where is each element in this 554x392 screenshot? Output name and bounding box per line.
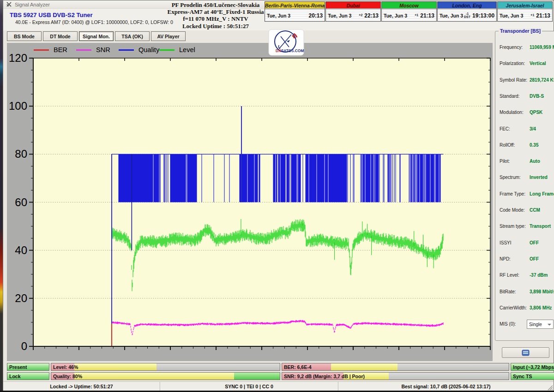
tp-row-standard: Standard:DVB-S	[495, 94, 554, 101]
tp-value: 0.35	[530, 143, 538, 148]
transponder-save-button[interactable]	[502, 347, 549, 358]
tp-row-rolloff: RollOff:0.35	[495, 143, 554, 150]
clock-date: Tue, Jun 3	[384, 13, 407, 18]
tp-label: Spectrum:	[500, 175, 521, 180]
window-title: Signal Analyzer	[15, 2, 50, 7]
tp-value: Vertical	[530, 61, 546, 66]
meter-label: BER: 6,6E-4	[284, 363, 312, 370]
app-dish-icon	[6, 1, 12, 7]
clock-time: 21:13	[536, 12, 550, 19]
clock-utc-offset: +2	[358, 14, 363, 17]
tuner-detail: 40.0E - Express AM7 (ID: 0400) @ LOF1: 1…	[15, 19, 173, 25]
clock-city-label: Jerusalem-Israel	[498, 2, 552, 10]
tp-label: Frame Type:	[500, 191, 525, 196]
tp-value: 3/4	[530, 126, 536, 131]
tp-row-symbol-rate: Symbol Rate:2819,724 KS/s	[495, 77, 554, 85]
tp-value: OFF	[530, 256, 539, 261]
clock-date: Tue, Jun 3	[328, 13, 351, 18]
tp-row-npd: NPD:OFF	[495, 256, 554, 264]
mis-select[interactable]: Single	[527, 320, 554, 329]
clock-time: 21:13	[420, 12, 434, 19]
tp-row-bitrate: BitRate:3,898 Mbit/s	[495, 289, 554, 297]
resize-grip[interactable]	[547, 385, 553, 391]
transponder-panel: Transponder [BS] Frequency:11069,959 MHz…	[495, 31, 554, 341]
meter-quality: Quality: 80%	[51, 372, 280, 380]
status-locked-uptime: Locked -> Uptime: 50:51:27	[3, 382, 160, 391]
meter-label: Quality: 80%	[53, 373, 82, 380]
tab-signal-mon-[interactable]: Signal Mon.	[79, 31, 114, 41]
dxsatcs-logo: DXSATCS.COM	[268, 29, 304, 56]
tp-label: NPD:	[500, 256, 511, 261]
tab-av-player[interactable]: AV Player	[151, 31, 186, 41]
clock-body: Tue, Jun 3-1DST19:13:00	[438, 10, 496, 21]
tab-dt-mode[interactable]: DT Mode	[43, 31, 78, 41]
tuner-name: TBS 5927 USB DVB-S2 Tuner	[10, 12, 93, 18]
tp-label: Frequency:	[500, 45, 523, 50]
clock-city-label: Moscow	[382, 2, 436, 10]
clock-body: Tue, Jun 3+121:13	[382, 10, 436, 21]
clock-utc-offset: +1	[414, 14, 419, 17]
tab-bs-mode[interactable]: BS Mode	[7, 31, 42, 41]
clock-city-label: Berlin-Paris-Vienna-Roma	[265, 2, 325, 10]
status-meters-row2: LockQuality: 80%SNR: 9,2 dB (Margin: 3,7…	[7, 372, 554, 380]
svg-text:80: 80	[15, 148, 27, 160]
meter-level: Level: 46%	[51, 363, 280, 371]
clock-date: Tue, Jun 3	[500, 13, 523, 18]
tp-row-frame-type: Frame Type:Long Frame	[495, 191, 554, 199]
clock-berlin-paris-vienna-roma: Berlin-Paris-Vienna-RomaTue, Jun 320:13	[265, 1, 325, 22]
meter-label: Sync TS	[513, 373, 532, 380]
signal-plot: 020406080100120	[7, 43, 493, 363]
clock-date: Tue, Jun 3	[440, 13, 463, 18]
chevron-down-icon	[548, 324, 551, 326]
signal-chart-panel: BERSNRQualityLevel 020406080100120	[7, 43, 493, 361]
svg-text:0: 0	[21, 340, 27, 352]
tp-label: RollOff:	[500, 143, 515, 148]
clock-time: 20:13	[308, 12, 323, 19]
svg-text:DXSATCS.COM: DXSATCS.COM	[276, 48, 304, 53]
clock-city-label: London, Eng	[438, 2, 496, 10]
transponder-title: Transponder [BS]	[499, 28, 542, 34]
tp-value: OFF	[530, 240, 539, 245]
clock-time: 19:13:00	[472, 12, 494, 19]
clock-moscow: MoscowTue, Jun 3+121:13	[381, 1, 437, 22]
tp-label: Code Mode:	[500, 208, 524, 213]
clock-london-eng: London, EngTue, Jun 3-1DST19:13:00	[437, 1, 497, 22]
status-sync-counters: SYNC 0 | TEI 0 | CC 0	[160, 382, 338, 391]
meter-label: Present	[9, 363, 27, 370]
tp-label: FEC:	[500, 126, 510, 131]
clock-body: Tue, Jun 3+121:13	[498, 10, 552, 21]
tp-row-rf-level: RF Level:-37 dBm	[495, 273, 554, 280]
clock-dubai: DubaiTue, Jun 3+222:13	[325, 1, 381, 22]
meter-lock: Lock	[7, 372, 49, 380]
tp-value: Auto	[530, 159, 540, 164]
status-bar: Locked -> Uptime: 50:51:27 SYNC 0 | TEI …	[3, 381, 554, 391]
meter-label: Input (~3,72 Mbps)	[513, 363, 554, 370]
tp-value: Long Frame	[530, 191, 554, 196]
svg-text:60: 60	[15, 196, 27, 208]
status-meters-row1: PresentLevel: 46%BER: 6,6E-4Input (~3,72…	[7, 363, 554, 371]
tp-value: 2819,724 KS/s	[530, 77, 554, 83]
clock-date: Tue, Jun 3	[267, 13, 290, 18]
clock-body: Tue, Jun 3+222:13	[326, 10, 380, 21]
tp-label: MIS (0):	[500, 321, 516, 327]
tp-label: BitRate:	[500, 289, 516, 294]
meter-input: Input (~3,72 Mbps)	[511, 363, 554, 371]
svg-text:20: 20	[15, 292, 27, 304]
clock-city-label: Dubai	[326, 2, 380, 10]
meter-syncts: Sync TS	[511, 372, 554, 380]
tp-label: RF Level:	[500, 273, 519, 278]
logo-rest: SATCS.COM	[281, 48, 304, 53]
tp-value: Inverted	[530, 175, 548, 180]
drive-icon	[522, 350, 530, 356]
tp-row-fec: FEC:3/4	[495, 126, 554, 134]
tp-label: Pilot:	[500, 159, 510, 164]
clock-jerusalem-israel: Jerusalem-IsraelTue, Jun 3+121:13	[497, 1, 553, 22]
clock-utc-offset: +1	[530, 14, 535, 17]
tp-value: -37 dBm	[530, 273, 548, 278]
tab-tsa-ok-[interactable]: TSA (OK)	[115, 31, 150, 41]
app-window: Signal Analyzer PF Prodelin 450/Lučenec-…	[3, 0, 554, 391]
meter-label: Lock	[9, 373, 21, 380]
tp-row-stream-type: Stream type:Transport	[495, 224, 554, 231]
clock-utc-offset: -1DST	[463, 12, 471, 18]
tp-label: Standard:	[500, 94, 519, 99]
